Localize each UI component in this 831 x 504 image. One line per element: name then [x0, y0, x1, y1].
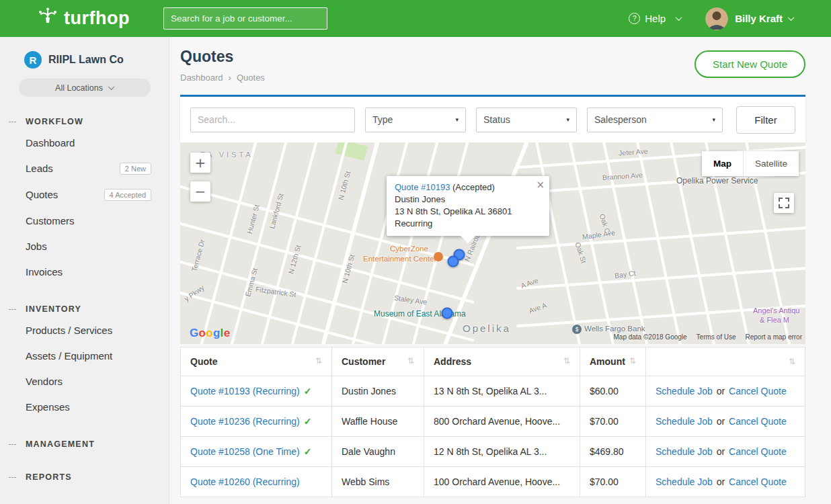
- or-text: or: [717, 446, 725, 457]
- sidebar-item-vendors[interactable]: Vendors: [0, 368, 169, 394]
- sidebar-item-invoices[interactable]: Invoices: [0, 259, 169, 284]
- or-text: or: [717, 386, 725, 396]
- map-type-map-button[interactable]: Map: [702, 151, 743, 176]
- quote-link[interactable]: Quote #10193 (Recurring): [190, 386, 300, 396]
- map-type-control: Map Satellite: [702, 151, 799, 176]
- map-infowindow: × Quote #10193 (Accepted) Dustin Jones 1…: [387, 176, 549, 236]
- company-name: RIIPL Lawn Co: [48, 54, 124, 66]
- chevron-down-icon: [676, 14, 682, 21]
- poi-label-wells-fargo: Wells Fargo Bank: [584, 325, 645, 333]
- filter-bar: Type ▾ Status ▾ Salesperson ▾ Filter: [180, 95, 805, 142]
- poi-label-antiques: Angel's Antiqu: [753, 306, 799, 314]
- column-header-quote[interactable]: Quote⇅: [181, 347, 332, 376]
- turfhop-logo[interactable]: turfhop: [38, 7, 130, 30]
- cancel-quote-link[interactable]: Cancel Quote: [729, 416, 787, 427]
- quote-link[interactable]: Quote #10193: [395, 182, 450, 192]
- item-label: Dashboard: [26, 137, 75, 149]
- breadcrumb-dashboard[interactable]: Dashboard: [180, 73, 223, 83]
- road: [516, 267, 805, 290]
- help-menu[interactable]: ? Help: [629, 13, 681, 24]
- column-header-actions[interactable]: ⇅: [646, 347, 805, 376]
- column-header-address[interactable]: Address⇅: [424, 347, 580, 376]
- sort-icon[interactable]: ⇅: [315, 356, 322, 366]
- item-label: Quotes: [26, 189, 58, 200]
- map-marker-quote[interactable]: [442, 308, 453, 319]
- help-label: Help: [645, 13, 666, 24]
- global-search-input[interactable]: [163, 7, 327, 30]
- quotes-map[interactable]: TA VISTA N 10th St N 10th St Hunter St L…: [180, 142, 805, 344]
- item-label: Leads: [26, 163, 53, 174]
- cancel-quote-link[interactable]: Cancel Quote: [729, 476, 787, 487]
- breadcrumb-separator: ›: [229, 73, 231, 83]
- sort-icon[interactable]: ⇅: [563, 356, 570, 366]
- filter-button[interactable]: Filter: [736, 106, 795, 134]
- item-label: Invoices: [26, 266, 63, 278]
- quote-link[interactable]: Quote #10260 (Recurring): [190, 476, 300, 487]
- help-icon: ?: [629, 13, 640, 24]
- sidebar-item-dashboard[interactable]: Dashboard: [0, 130, 169, 155]
- status-select[interactable]: Status ▾: [476, 108, 577, 132]
- sidebar-item-products-services[interactable]: Products / Services: [0, 317, 169, 343]
- sort-icon[interactable]: ⇅: [629, 356, 636, 366]
- avatar[interactable]: [705, 7, 728, 30]
- item-label: Assets / Equipment: [26, 350, 112, 362]
- location-selector[interactable]: All Locations: [19, 79, 151, 97]
- address-cell: 800 Orchard Avenue, Hoove...: [424, 407, 580, 437]
- sidebar-item-jobs[interactable]: Jobs: [0, 233, 169, 259]
- item-label: Jobs: [26, 241, 47, 252]
- address-cell: 13 N 8th St, Opelika AL 3...: [424, 376, 580, 407]
- close-icon[interactable]: ×: [536, 178, 545, 192]
- quotes-search-input[interactable]: [190, 108, 355, 132]
- city-label: Opelika: [463, 323, 511, 334]
- schedule-job-link[interactable]: Schedule Job: [656, 476, 713, 487]
- quote-link[interactable]: Quote #10236 (Recurring): [190, 416, 300, 427]
- page-head: Quotes Dashboard › Quotes Start New Quot…: [180, 48, 805, 89]
- cancel-quote-link[interactable]: Cancel Quote: [729, 386, 787, 396]
- sort-icon[interactable]: ⇅: [407, 356, 414, 366]
- column-header-amount[interactable]: Amount⇅: [580, 347, 646, 376]
- sort-icon[interactable]: ⇅: [789, 357, 795, 366]
- customer-cell: Waffle House: [332, 407, 424, 437]
- start-new-quote-button[interactable]: Start New Quote: [695, 50, 805, 78]
- breadcrumb-quotes[interactable]: Quotes: [237, 73, 265, 83]
- quote-link[interactable]: Quote #10258 (One Time): [190, 446, 300, 457]
- sidebar-item-expenses[interactable]: Expenses: [0, 394, 169, 419]
- user-menu[interactable]: Billy Kraft: [735, 13, 783, 24]
- top-navbar: turfhop ? Help Billy Kraft: [0, 0, 831, 37]
- salesperson-select[interactable]: Salesperson ▾: [587, 108, 723, 132]
- customer-cell: Webb Sims: [332, 467, 424, 497]
- wells-fargo-poi-icon[interactable]: $: [572, 325, 582, 334]
- map-marker-quote[interactable]: [448, 256, 459, 267]
- schedule-job-link[interactable]: Schedule Job: [656, 446, 713, 457]
- quote-status: (Accepted): [452, 182, 495, 192]
- zoom-in-button[interactable]: +: [190, 153, 210, 173]
- schedule-job-link[interactable]: Schedule Job: [656, 416, 713, 427]
- sidebar-item-customers[interactable]: Customers: [0, 208, 169, 233]
- chevron-down-icon[interactable]: [788, 14, 795, 21]
- zoom-out-button[interactable]: −: [190, 181, 210, 202]
- sidebar-section-reports[interactable]: REPORTS: [0, 467, 169, 485]
- sidebar-item-assets-equipment[interactable]: Assets / Equipment: [0, 343, 169, 368]
- schedule-job-link[interactable]: Schedule Job: [656, 386, 713, 396]
- amount-cell: $70.00: [580, 467, 646, 497]
- google-logo[interactable]: Google: [190, 327, 230, 340]
- cancel-quote-link[interactable]: Cancel Quote: [729, 446, 787, 457]
- cyberzone-poi-icon[interactable]: [434, 252, 443, 261]
- or-text: or: [717, 476, 725, 487]
- terms-of-use-link[interactable]: Terms of Use: [697, 333, 736, 341]
- type-select[interactable]: Type ▾: [365, 108, 466, 132]
- column-header-customer[interactable]: Customer⇅: [332, 347, 424, 376]
- customer-cell: Dale Vaughn: [332, 437, 424, 467]
- road: [516, 226, 805, 250]
- table-row: Quote #10258 (One Time)✓ Dale Vaughn 12 …: [181, 437, 805, 467]
- item-label: Products / Services: [26, 325, 112, 336]
- sidebar-item-quotes[interactable]: Quotes 4 Accepted: [0, 181, 169, 208]
- fullscreen-button[interactable]: [774, 193, 794, 213]
- map-type-satellite-button[interactable]: Satellite: [743, 151, 799, 176]
- quotes-badge: 4 Accepted: [104, 189, 151, 201]
- brand-name: turfhop: [64, 8, 130, 29]
- poi-label-cyberzone: CyberZone: [390, 245, 428, 253]
- report-map-error-link[interactable]: Report a map error: [746, 333, 802, 341]
- sidebar-item-leads[interactable]: Leads 2 New: [0, 155, 169, 181]
- sidebar-section-management[interactable]: MANAGEMENT: [0, 434, 169, 452]
